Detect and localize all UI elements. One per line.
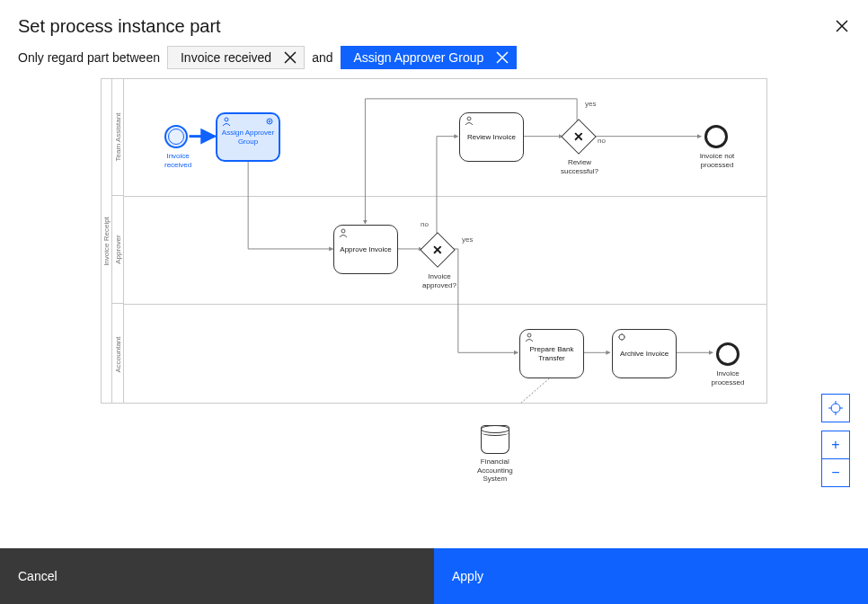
edge-label-no: no: [598, 137, 606, 145]
close-icon: [836, 20, 848, 32]
end-event-not-processed[interactable]: Invoice not processed: [704, 125, 742, 169]
edge-label-yes: yes: [585, 100, 596, 108]
zoom-controls: + −: [821, 394, 850, 487]
svg-point-0: [225, 118, 228, 121]
task-prepare-bank-transfer[interactable]: Prepare Bank Transfer: [519, 329, 584, 378]
lane-separator: [124, 304, 766, 305]
dialog-footer: Cancel Apply: [0, 548, 868, 604]
svg-point-7: [831, 404, 840, 413]
user-icon: [525, 333, 534, 342]
edge-label-yes: yes: [462, 235, 473, 244]
database-icon: [481, 425, 509, 454]
gateway-label: Review successful?: [557, 158, 602, 175]
end-event-label: Invoice not processed: [692, 152, 742, 169]
user-icon: [465, 116, 474, 125]
close-button[interactable]: [828, 13, 855, 40]
gear-icon: [265, 117, 274, 126]
zoom-out-button[interactable]: −: [821, 458, 850, 487]
datastore-financial-accounting[interactable]: Financial Accounting System: [477, 425, 513, 484]
bpmn-diagram[interactable]: Invoice Receipt Team Assistant Approver …: [101, 78, 767, 404]
lane-label-accountant: Accountant: [112, 304, 124, 404]
edge-label-no: no: [421, 220, 429, 228]
svg-point-1: [267, 119, 272, 124]
user-icon: [339, 228, 348, 237]
task-label: Archive Invoice: [620, 350, 669, 359]
pool-label: Invoice Receipt: [102, 79, 112, 403]
end-event-label: Invoice processed: [705, 369, 750, 386]
task-archive-invoice[interactable]: Archive Invoice: [612, 329, 677, 378]
lane-label-approver: Approver: [112, 196, 124, 304]
gateway-review-successful[interactable]: ✕: [566, 124, 591, 149]
datastore-label: Financial Accounting System: [477, 457, 513, 484]
start-event-label: Invoice received: [164, 152, 191, 169]
remove-end-icon[interactable]: [496, 51, 509, 64]
user-icon: [222, 117, 231, 126]
task-approve-invoice[interactable]: Approve Invoice: [333, 225, 398, 274]
end-event-processed[interactable]: Invoice processed: [716, 342, 750, 386]
start-node-label: Invoice received: [181, 50, 271, 65]
svg-point-4: [341, 229, 345, 233]
start-event-invoice-received[interactable]: Invoice received: [164, 125, 191, 169]
zoom-in-button[interactable]: +: [821, 431, 850, 459]
remove-start-icon[interactable]: [284, 51, 297, 64]
filter-and: and: [312, 50, 332, 65]
gateway-invoice-approved[interactable]: ✕: [425, 237, 450, 262]
svg-point-2: [269, 120, 270, 122]
svg-point-5: [527, 333, 531, 337]
filter-prefix: Only regard part between: [18, 50, 160, 65]
filter-row: Only regard part between Invoice receive…: [0, 46, 868, 78]
target-icon: [828, 401, 843, 415]
lane-label-team-assistant: Team Assistant: [112, 79, 124, 196]
lane-separator: [124, 196, 766, 197]
task-label: Prepare Bank Transfer: [524, 345, 580, 362]
apply-button[interactable]: Apply: [434, 548, 868, 604]
gear-icon: [617, 333, 626, 342]
task-label: Approve Invoice: [340, 245, 391, 254]
gateway-label: Invoice approved?: [420, 272, 459, 289]
task-label: Review Invoice: [467, 133, 516, 142]
page-title: Set process instance part: [18, 16, 850, 37]
end-node-label: Assign Approver Group: [354, 50, 484, 65]
reset-zoom-button[interactable]: [821, 394, 850, 422]
svg-point-3: [467, 117, 471, 120]
task-label: Assign Approver Group: [221, 129, 275, 146]
start-node-chip[interactable]: Invoice received: [167, 46, 305, 69]
cancel-button[interactable]: Cancel: [0, 548, 434, 604]
svg-point-6: [619, 334, 624, 340]
task-review-invoice[interactable]: Review Invoice: [459, 112, 524, 162]
task-assign-approver-group[interactable]: Assign Approver Group: [216, 112, 280, 162]
end-node-chip[interactable]: Assign Approver Group: [341, 46, 518, 69]
